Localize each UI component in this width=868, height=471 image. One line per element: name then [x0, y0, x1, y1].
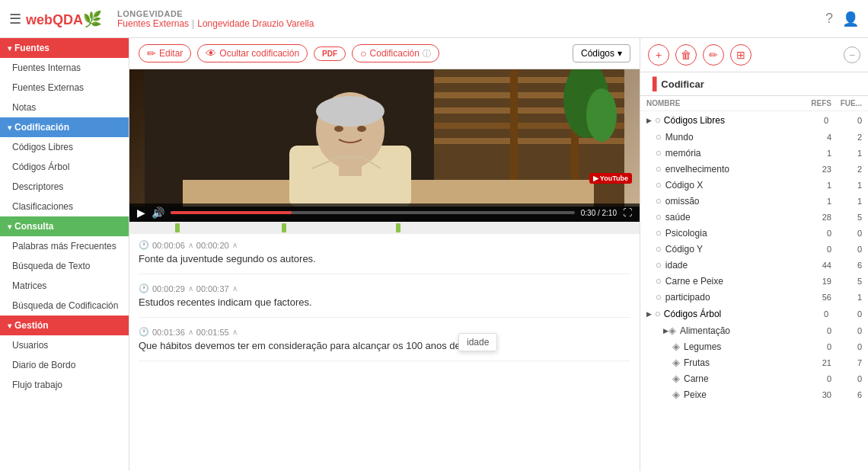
fullscreen-button[interactable]: ⛶ [623, 207, 632, 218]
code-row-codigox[interactable]: ○ Código X 1 1 [640, 177, 868, 193]
code-row-idade[interactable]: ○ idade 44 6 [640, 257, 868, 273]
sidebar-item-clasificaciones[interactable]: Clasificaciones [0, 197, 129, 216]
play-button[interactable]: ▶ [137, 207, 145, 219]
sidebar-item-descriptores[interactable]: Descriptores [0, 177, 129, 197]
sidebar-item-codigos-arbol[interactable]: Códigos Árbol [0, 157, 129, 177]
transcript-area: 🕐 00:00:06 ∧ 00:00:20 ∧ Fonte da juventu… [129, 234, 640, 471]
right-toolbar: + 🗑 ✏ ⊞ − [640, 38, 868, 72]
code-icon-mundo: ○ [656, 131, 662, 143]
add-code-button[interactable]: + [648, 44, 669, 66]
segment-3-end: 00:01:55 [196, 328, 229, 337]
edit-button[interactable]: ✏ Editar [139, 44, 191, 62]
sidebar-fuentes-label: Fuentes [14, 43, 49, 53]
code-row-carne-peixe[interactable]: ○ Carne e Peixe 19 5 [640, 273, 868, 289]
content-toolbar: ✏ Editar 👁 Ocultar codificación PDF ○ Co… [129, 38, 640, 69]
code-icon-codigoy: ○ [656, 243, 662, 255]
collapse-button[interactable]: − [844, 46, 860, 63]
code-icon-alimentacao: ◈ [669, 325, 676, 336]
codes-dropdown[interactable]: Códigos ▾ [573, 44, 630, 62]
breadcrumb-area: LONGEVIDADE Fuentes Externas | Longevida… [117, 9, 825, 29]
segment-2-end: 00:00:37 [196, 284, 229, 293]
sidebar-item-fuentes-externas[interactable]: Fuentes Externas [0, 78, 129, 98]
code-row-envelhecimento[interactable]: ○ envelhecimento 23 2 [640, 161, 868, 177]
edit-code-button[interactable]: ✏ [703, 44, 724, 66]
annotation-marker-1 [175, 223, 180, 232]
delete-code-button[interactable]: 🗑 [675, 44, 697, 66]
breadcrumb-fuentes[interactable]: Fuentes Externas [117, 18, 189, 29]
pdf-button[interactable]: PDF [314, 46, 346, 61]
clock-icon-2: 🕐 [139, 284, 149, 293]
sidebar-item-fuentes-internas[interactable]: Fuentes Internas [0, 58, 129, 78]
progress-bar[interactable] [171, 211, 575, 214]
folder-libres-icon: ○ [655, 114, 661, 126]
user-icon[interactable]: 👤 [842, 11, 859, 27]
col-nombre-header: NOMBRE [646, 99, 801, 107]
code-fue-mundo: 2 [831, 133, 862, 142]
code-row-saude[interactable]: ○ saúde 28 5 [640, 209, 868, 225]
code-fue-carne-peixe: 5 [831, 277, 862, 286]
code-row-carne[interactable]: ◈ Carne 0 0 [640, 370, 868, 386]
sidebar-item-codigos-libres[interactable]: Códigos Libres [0, 137, 129, 157]
sidebar-section-gestion[interactable]: ▾ Gestión [0, 316, 129, 335]
code-refs-mundo: 4 [801, 133, 831, 142]
code-icon-idade: ○ [656, 259, 662, 271]
code-fue-participado: 1 [831, 293, 862, 302]
logo-area: ☰ webQDA🌿 [9, 10, 102, 28]
sidebar-item-flujo[interactable]: Flujo trabajo [0, 375, 129, 395]
code-row-legumes[interactable]: ◈ Legumes 0 0 [640, 338, 868, 354]
code-row-mundo[interactable]: ○ Mundo 4 2 [640, 129, 868, 145]
svg-rect-18 [339, 161, 362, 176]
code-fue-memoria: 1 [831, 149, 862, 158]
triangle-icon-libres: ▶ [646, 117, 652, 124]
sidebar-section-consulta[interactable]: ▾ Consulta [0, 216, 129, 236]
sidebar-section-fuentes[interactable]: ▾ Fuentes [0, 38, 129, 58]
sidebar-item-usuarios[interactable]: Usuarios [0, 335, 129, 355]
code-fue-codigox: 1 [831, 181, 862, 190]
hamburger-icon[interactable]: ☰ [9, 11, 21, 27]
sidebar-item-matrices[interactable]: Matrices [0, 276, 129, 296]
sidebar-item-busqueda-texto[interactable]: Búsqueda de Texto [0, 256, 129, 276]
segment-3-start: 00:01:36 [152, 328, 185, 337]
pdf-icon: PDF [322, 50, 337, 58]
code-name-carne-peixe: Carne e Peixe [665, 276, 801, 287]
code-row-peixe[interactable]: ◈ Peixe 30 6 [640, 386, 868, 402]
codificar-header: ▐ Codificar [640, 72, 868, 96]
codigos-arbol-fue: 0 [831, 309, 862, 319]
code-refs-carne: 0 [801, 374, 831, 383]
code-row-omissao[interactable]: ○ omissão 1 1 [640, 193, 868, 209]
hide-coding-button[interactable]: 👁 Ocultar codificación [197, 44, 308, 62]
coding-button[interactable]: ○ Codificación ⓘ [352, 44, 439, 62]
merge-code-button[interactable]: ⊞ [730, 44, 752, 66]
code-row-alimentacao[interactable]: ▶ ◈ Alimentação 0 0 [640, 322, 868, 338]
transcript-segment-3: 🕐 00:01:36 ∧ 00:01:55 ∧ Que hábitos deve… [139, 327, 630, 361]
help-icon[interactable]: ? [825, 11, 833, 27]
code-row-participado[interactable]: ○ participado 56 1 [640, 289, 868, 305]
sidebar-section-codificacion[interactable]: ▾ Codificación [0, 117, 129, 137]
code-refs-carne-peixe: 19 [801, 277, 831, 286]
segment-1-time: 🕐 00:00:06 ∧ 00:00:20 ∧ [139, 240, 630, 250]
transcript-segment-2: 🕐 00:00:29 ∧ 00:00:37 ∧ Estudos recentes… [139, 284, 630, 318]
codigos-arbol-group[interactable]: ▶ ○ Códigos Árbol 0 0 [640, 305, 868, 322]
code-row-codigoy[interactable]: ○ Código Y 0 0 [640, 241, 868, 257]
code-fue-psicologia: 0 [831, 229, 862, 238]
code-row-psicologia[interactable]: ○ Psicologia 0 0 [640, 225, 868, 241]
volume-button[interactable]: 🔊 [152, 207, 164, 219]
segment-2-text: Estudos recentes indicam que factores. [139, 296, 630, 308]
eye-icon: 👁 [206, 47, 216, 59]
sidebar-item-palabras-frecuentes[interactable]: Palabras más Frecuentes [0, 236, 129, 256]
sidebar-item-notas[interactable]: Notas [0, 98, 129, 117]
col-refs-header: REFS [801, 99, 831, 107]
segment-3-text-before: Que hábitos devemos ter em consideração … [139, 340, 463, 351]
chevron-down-icon: ▾ [617, 48, 622, 59]
code-row-frutas[interactable]: ◈ Frutas 21 7 [640, 354, 868, 370]
code-name-carne: Carne [684, 373, 801, 384]
svg-point-17 [357, 126, 366, 132]
codigos-libres-group[interactable]: ▶ ○ Códigos Libres 0 0 [640, 111, 868, 129]
code-fue-frutas: 7 [831, 358, 862, 367]
sidebar-item-diario[interactable]: Diario de Bordo [0, 355, 129, 375]
sidebar-item-busqueda-codificacion[interactable]: Búsqueda de Codificación [0, 296, 129, 316]
breadcrumb-longevidade[interactable]: Longevidade Drauzio Varella [197, 18, 314, 29]
breadcrumb-title: LONGEVIDADE [117, 9, 825, 18]
clock-icon-3: 🕐 [139, 327, 149, 337]
code-row-memoria[interactable]: ○ memória 1 1 [640, 145, 868, 161]
